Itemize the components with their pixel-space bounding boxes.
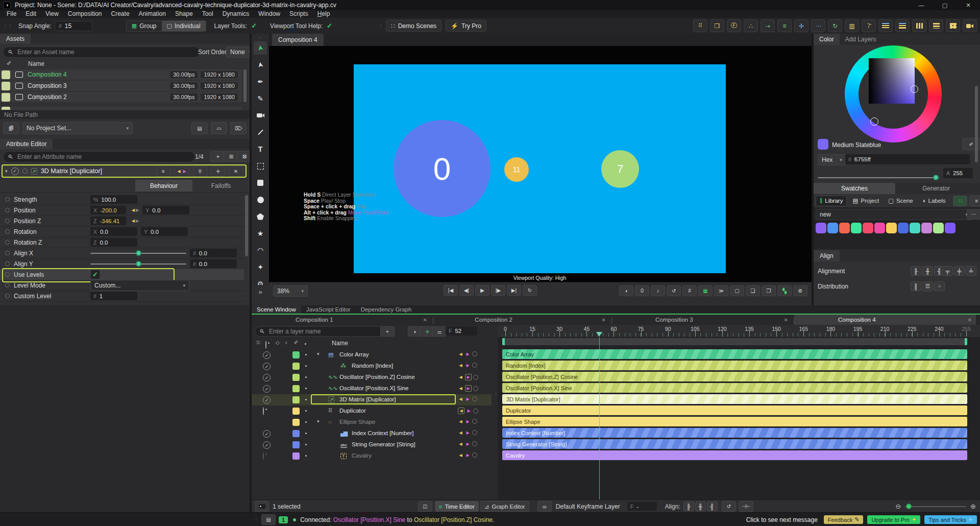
layer-color-swatch[interactable] — [292, 396, 300, 403]
layer-row[interactable]: ✓ ▄▆ Index Context [Number] ◀ ▶ — [252, 428, 492, 439]
sv-selector[interactable] — [911, 85, 918, 93]
layers-timeline-splitter[interactable]: ⋮⋮ — [492, 325, 498, 499]
playhead-line[interactable] — [599, 337, 600, 499]
tool-text[interactable]: T — [254, 142, 267, 156]
connect-dot[interactable] — [5, 219, 10, 223]
scatter-icon[interactable]: ∴ — [744, 19, 758, 32]
viewport-tool-help-checkbox[interactable]: ✓ — [326, 22, 333, 30]
auto-frame-icon[interactable]: Ⓕ — [727, 19, 741, 32]
number-field[interactable]: %100.0 — [90, 195, 137, 204]
current-color-swatch[interactable] — [818, 139, 828, 150]
render-column-icon[interactable]: ◇ — [276, 340, 280, 345]
timeline-bar[interactable]: Index Context [Number] — [502, 428, 967, 438]
palette-swatch[interactable] — [816, 223, 826, 233]
key-align-left-icon[interactable]: ╟ — [683, 501, 694, 511]
add-points-icon[interactable]: ✢ — [794, 19, 808, 32]
tab-add-layers[interactable]: Add Layers — [840, 34, 882, 45]
palette-more-button[interactable]: ⋯ — [967, 209, 980, 220]
value-slider[interactable] — [90, 264, 186, 265]
align-left-icon[interactable]: ╟ — [911, 266, 921, 276]
assets-tab[interactable]: Assets — [0, 34, 31, 44]
palette-swatch[interactable] — [921, 223, 932, 233]
distribute-space-icon[interactable]: ⁘ — [934, 281, 945, 291]
keyframe-prev-icon[interactable]: ◀ — [458, 375, 463, 379]
keyframe-next-icon[interactable]: ▶ — [465, 374, 472, 380]
time-editor-button[interactable]: ≡ Time Editor — [435, 501, 479, 512]
keyframe-next-icon[interactable]: ▶ — [466, 409, 472, 413]
snap-keys-button[interactable]: ⊣⊢ — [739, 501, 753, 512]
layer-row[interactable]: ▾ ◌ Ellipse Shape ◀ ▶ — [252, 417, 492, 428]
number-field[interactable]: Z0.0 — [90, 238, 137, 247]
keyframe-next-icon[interactable]: ▶ — [465, 419, 471, 424]
keyframe-layer-icon[interactable]: ⚌︎ — [537, 501, 552, 512]
pin-tool-icon[interactable]: ⊤ — [862, 19, 876, 32]
palette-swatch[interactable] — [886, 223, 897, 233]
footer-frame-field[interactable]: F- — [627, 502, 657, 511]
connect-dot[interactable] — [5, 251, 10, 255]
layer-name[interactable]: Color Array — [339, 351, 369, 357]
number-field[interactable]: X-200.0 — [90, 206, 126, 214]
menu-file[interactable]: File — [2, 10, 21, 18]
tool-direct-select[interactable]: ➤ — [254, 58, 267, 71]
timeline-ruler[interactable]: 0153045607590105120135150165180195210225… — [498, 325, 980, 337]
keyframe-next-icon[interactable]: ▶ — [465, 453, 471, 458]
align-top-icon[interactable]: ╤ — [942, 266, 953, 276]
viewport-tab[interactable]: Composition 4 — [272, 34, 324, 46]
tool-arc[interactable]: ◠︎ — [254, 244, 267, 257]
layer-row[interactable]: ⠿ Duplicator ◀ ▶ — [252, 405, 492, 417]
layer-row[interactable]: T Cavalry ◀ ▶ — [252, 450, 492, 462]
palette-swatch[interactable] — [945, 223, 955, 233]
pick-column-icon[interactable]: ✐ — [294, 340, 298, 345]
asset-color-swatch[interactable] — [2, 93, 10, 102]
connect-dot[interactable] — [5, 208, 10, 212]
color-mode-dropdown[interactable]: Hex ▾ — [818, 154, 846, 165]
project-filter-button[interactable]: ▤Project — [849, 196, 883, 206]
close-button[interactable]: ✕ — [957, 0, 980, 10]
close-icon[interactable]: ✕ — [964, 317, 976, 323]
menu-edit[interactable]: Edit — [21, 10, 41, 18]
move-icon[interactable]: ✛ — [211, 166, 225, 177]
keyframe-prev-icon[interactable]: ◀ — [458, 431, 463, 435]
timeline-bar[interactable]: Color Array — [502, 349, 967, 359]
keyframe-next-icon[interactable]: ▶ — [465, 352, 471, 356]
number-field[interactable]: Z-346.41 — [90, 217, 126, 225]
palette-swatch[interactable] — [827, 223, 838, 233]
attr-row-position-z[interactable]: Position Z Z-346.41◀▶ — [0, 216, 244, 227]
chevron-down-icon[interactable]: ▾ — [317, 351, 320, 356]
grid-view-button[interactable]: ∷ — [953, 196, 967, 206]
attr-row-use-levels[interactable]: Use Levels ✓ — [0, 269, 244, 280]
menu-create[interactable]: Create — [107, 10, 134, 18]
alpha-slider[interactable] — [818, 177, 939, 178]
keyframe-layer-dropdown[interactable]: Default Keyframe Layer — [556, 503, 620, 510]
node-header[interactable]: ▾ ✓ ↗ 3D Matrix [Duplicator] ≡ ◀▶ ⚲︎ ✛ ✕ — [2, 164, 247, 178]
range-handle-right[interactable] — [965, 338, 967, 345]
scene-circle[interactable]: 0 — [394, 120, 491, 217]
value-slider[interactable] — [90, 253, 186, 254]
connect-dot[interactable] — [5, 272, 10, 277]
keyframe-next-icon[interactable]: ▶ — [465, 431, 471, 435]
keyframe-dot[interactable] — [472, 396, 477, 401]
layer-tools-checkbox[interactable]: ✓ — [250, 22, 258, 30]
project-set-dropdown[interactable]: No Project Set... ▾ — [22, 122, 133, 134]
scene-circle[interactable]: 11 — [504, 157, 529, 182]
tab-generator[interactable]: Generator — [895, 183, 977, 194]
menu-composition[interactable]: Composition — [63, 10, 107, 18]
keyframe-prev-icon[interactable]: ◀ — [458, 453, 463, 458]
connect-dot[interactable] — [5, 283, 10, 288]
tab-falloffs[interactable]: Falloffs — [192, 180, 250, 192]
layer-color-swatch[interactable] — [292, 385, 300, 392]
keyframe-next-icon[interactable]: ▶ — [465, 363, 471, 368]
lasso-keys-button[interactable]: ↺ — [722, 501, 736, 512]
connect-dot[interactable] — [5, 197, 10, 202]
menu-scripts[interactable]: Scripts — [285, 10, 313, 18]
timeline-bar[interactable]: Cavalry — [502, 450, 967, 460]
hue-selector[interactable] — [870, 117, 878, 126]
keyframe-dot[interactable] — [473, 409, 478, 414]
layer-row[interactable]: ✓ ∿∿ Oscillator [Position.X] Sine ◀ ▶ — [252, 383, 492, 394]
palette-swatch[interactable] — [863, 223, 873, 233]
layer-row[interactable]: ✓ ⁂︎ Random [Index] ◀ ▶ — [252, 361, 492, 372]
attribute-search-input[interactable]: 🔍︎ — [3, 151, 195, 162]
graph-editor-button[interactable]: ⊿ Graph Editor — [480, 501, 529, 512]
trim-box-icon[interactable]: ▥ — [845, 19, 859, 32]
layer-row[interactable]: ✓ ↗ 3D Matrix [Duplicator] ◀ ▶ — [252, 394, 492, 405]
